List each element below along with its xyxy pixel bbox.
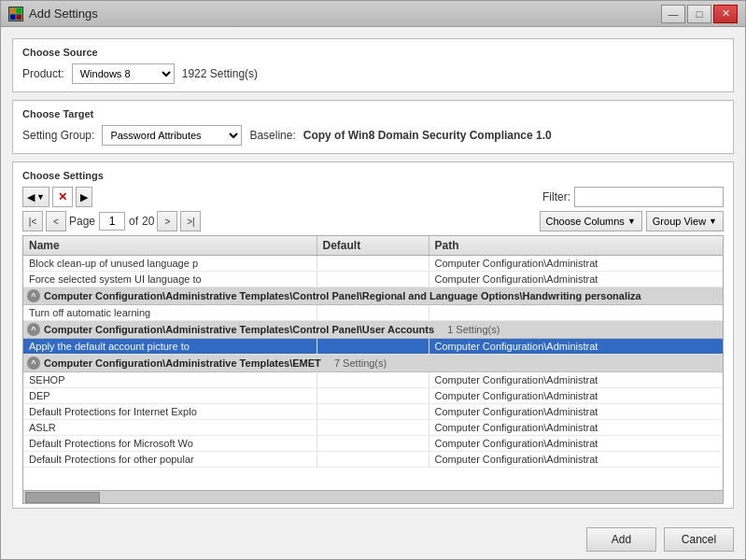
table-group-header[interactable]: ^Computer Configuration\Administrative T… (23, 355, 723, 372)
row-name: Default Protections for Internet Explo (23, 404, 317, 419)
svg-rect-1 (17, 8, 22, 14)
choose-target-label: Choose Target (22, 108, 724, 119)
cancel-button[interactable]: Cancel (664, 527, 734, 552)
svg-rect-3 (17, 14, 22, 20)
group-collapse-icon: ^ (27, 289, 40, 302)
arrow-right-icon: ▶ (80, 191, 88, 203)
prev-page-button[interactable]: < (46, 211, 66, 231)
table-row[interactable]: Block clean-up of unused language pCompu… (23, 256, 723, 272)
minimize-button[interactable]: — (661, 5, 685, 23)
group-header-text: Computer Configuration\Administrative Te… (44, 357, 321, 369)
row-default (317, 339, 429, 354)
table-row[interactable]: DEPComputer Configuration\Administrat (23, 388, 723, 404)
row-path: Computer Configuration\Administrat (429, 420, 724, 435)
toolbar-area: ◀ ▼ ✕ ▶ Filter: (22, 187, 724, 207)
horizontal-scrollbar[interactable] (23, 490, 723, 503)
svg-rect-2 (10, 14, 16, 20)
row-path: Computer Configuration\Administrat (429, 372, 724, 387)
title-bar-left: Add Settings (8, 7, 98, 21)
table-group-header[interactable]: ^Computer Configuration\Administrative T… (23, 287, 723, 305)
group-collapse-icon: ^ (27, 357, 40, 370)
row-path: Computer Configuration\Administrat (429, 436, 724, 451)
table-row[interactable]: SEHOPComputer Configuration\Administrat (23, 372, 723, 388)
settings-table: Name Default Path Block clean-up of unus… (22, 235, 724, 504)
choose-settings-label: Choose Settings (22, 170, 724, 181)
last-page-button[interactable]: >| (180, 211, 201, 231)
row-default (317, 452, 429, 467)
choose-source-section: Choose Source Product: Windows 8 1922 Se… (12, 38, 734, 92)
table-row[interactable]: Default Protections for Internet ExploCo… (23, 404, 723, 420)
row-name: DEP (23, 388, 317, 403)
table-row[interactable]: Default Protections for Microsoft WoComp… (23, 436, 723, 452)
first-page-button[interactable]: |< (22, 211, 43, 231)
footer: Add Cancel (1, 520, 745, 559)
left-toolbar: ◀ ▼ ✕ ▶ (22, 187, 92, 207)
group-count: 7 Setting(s) (329, 357, 387, 369)
baseline-value: Copy of Win8 Domain Security Compliance … (303, 129, 552, 142)
choose-target-section: Choose Target Setting Group: Password At… (12, 100, 734, 154)
delete-icon: ✕ (56, 190, 69, 203)
of-label: of (129, 215, 138, 228)
row-default (317, 388, 429, 403)
add-button[interactable]: Add (586, 527, 656, 552)
choose-settings-section: Choose Settings ◀ ▼ ✕ ▶ (12, 161, 734, 509)
group-view-label: Group View (653, 216, 706, 227)
close-button[interactable]: ✕ (713, 5, 738, 23)
row-default (317, 436, 429, 451)
filter-label: Filter: (542, 190, 570, 203)
source-form-row: Product: Windows 8 1922 Setting(s) (22, 63, 724, 84)
row-name: SEHOP (23, 372, 317, 387)
row-default (317, 372, 429, 387)
arrow-dropdown[interactable]: ◀ ▼ (22, 187, 49, 207)
product-select[interactable]: Windows 8 (72, 63, 175, 84)
choose-source-label: Choose Source (22, 47, 724, 58)
table-row[interactable]: Turn off automatic learning (23, 305, 723, 321)
page-info: Page of 20 (69, 212, 154, 231)
choose-columns-button[interactable]: Choose Columns ▼ (540, 211, 642, 231)
filter-input[interactable] (574, 187, 724, 207)
choose-columns-arrow-icon: ▼ (627, 217, 636, 226)
setting-group-select[interactable]: Password Attributes (102, 125, 242, 146)
table-group-header[interactable]: ^Computer Configuration\Administrative T… (23, 321, 723, 339)
row-path: Computer Configuration\Administrat (429, 256, 724, 271)
row-default (317, 420, 429, 435)
arrow-right-btn[interactable]: ▶ (76, 187, 92, 207)
table-row[interactable]: Force selected system UI language toComp… (23, 272, 723, 287)
view-buttons: Choose Columns ▼ Group View ▼ (540, 211, 725, 231)
page-label: Page (69, 215, 95, 228)
row-default (317, 404, 429, 419)
next-page-button[interactable]: > (157, 211, 177, 231)
table-header: Name Default Path (23, 236, 723, 256)
settings-count: 1922 Setting(s) (182, 67, 258, 80)
product-label: Product: (22, 67, 64, 80)
baseline-label: Baseline: (249, 129, 295, 142)
group-header-text: Computer Configuration\Administrative Te… (44, 324, 434, 335)
table-row[interactable]: ASLRComputer Configuration\Administrat (23, 420, 723, 436)
group-header-text: Computer Configuration\Administrative Te… (44, 290, 641, 301)
table-row[interactable]: Apply the default account picture toComp… (23, 339, 723, 355)
total-pages: 20 (142, 215, 154, 228)
target-form-row: Setting Group: Password Attributes Basel… (22, 125, 724, 146)
row-name: Turn off automatic learning (23, 305, 317, 320)
row-path (429, 305, 724, 320)
col-header-default: Default (317, 236, 429, 255)
table-body[interactable]: Block clean-up of unused language pCompu… (23, 256, 723, 490)
pagination-row: |< < Page of 20 > >| (22, 211, 201, 231)
dropdown-arrow-icon: ▼ (36, 192, 45, 202)
row-name: Force selected system UI language to (23, 272, 317, 287)
right-toolbar: Filter: (542, 187, 724, 207)
page-number-input[interactable] (99, 212, 125, 231)
table-row[interactable]: Default Protections for other popularCom… (23, 452, 723, 468)
row-default (317, 272, 429, 287)
setting-group-label: Setting Group: (22, 129, 94, 142)
row-name: Default Protections for other popular (23, 452, 317, 467)
window-title: Add Settings (29, 7, 98, 21)
row-name: Default Protections for Microsoft Wo (23, 436, 317, 451)
row-path: Computer Configuration\Administrat (429, 452, 724, 467)
main-window: Add Settings — □ ✕ Choose Source Product… (0, 0, 746, 560)
group-view-button[interactable]: Group View ▼ (646, 211, 724, 231)
arrow-left-icon: ◀ (27, 191, 35, 203)
maximize-button[interactable]: □ (687, 5, 711, 23)
delete-button[interactable]: ✕ (52, 187, 73, 207)
row-name: ASLR (23, 420, 317, 435)
